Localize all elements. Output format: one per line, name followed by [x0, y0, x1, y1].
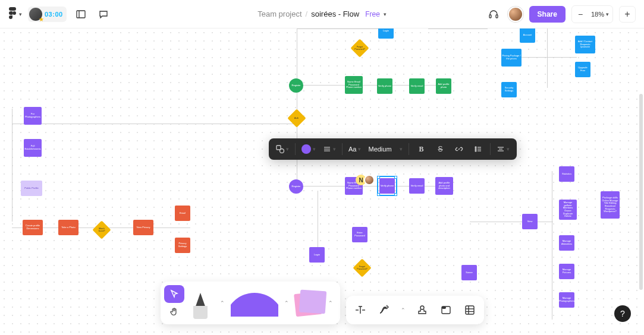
hand-tool-button[interactable]	[164, 303, 184, 321]
node-register-purple[interactable]: Register	[289, 179, 303, 194]
sticky-note-icon	[295, 290, 322, 315]
vertical-scrollbar[interactable]	[639, 94, 643, 290]
align-menu-button[interactable]: ▾	[494, 141, 512, 157]
chevron-up-icon[interactable]: ⌃	[397, 307, 409, 313]
svg-point-12	[475, 150, 476, 151]
peer-avatar-icon	[364, 175, 375, 185]
comment-icon[interactable]	[95, 6, 112, 23]
node-addpp-purple[interactable]: Add profile photo and description	[435, 177, 453, 195]
plan-badge[interactable]: Free	[365, 10, 380, 18]
timer-widget[interactable]: 03:00	[28, 7, 67, 22]
node-contact[interactable]: Add / Contact Requests /promote	[575, 36, 595, 53]
edge	[297, 85, 297, 186]
edge	[428, 29, 488, 29]
pencil-tool-button[interactable]	[187, 289, 214, 317]
node-upgrade[interactable]: Upgrade Free	[575, 62, 590, 77]
list-button[interactable]	[470, 141, 486, 157]
node-login[interactable]: Login	[378, 29, 394, 39]
svg-point-11	[475, 148, 476, 150]
node-manage-gallery[interactable]: Manage gallerie Members Owner Duplicate …	[559, 200, 577, 220]
edge	[297, 186, 452, 187]
node-package[interactable]: Package skills Online Manage Title Editi…	[601, 191, 620, 219]
node-city-purple[interactable]: Enter Password	[352, 227, 367, 242]
edge	[297, 29, 297, 78]
chevron-up-icon[interactable]: ⌃	[281, 300, 293, 306]
shape-tool-button[interactable]	[231, 289, 278, 317]
strikethrough-button[interactable]: S	[432, 141, 448, 157]
chevron-up-icon[interactable]: ⌃	[325, 300, 337, 306]
stroke-menu-button[interactable]: ▾	[321, 141, 338, 157]
svg-point-10	[475, 147, 476, 148]
node-forgot-password[interactable]: Forgot Password?	[350, 39, 369, 57]
node-verifyemail-green[interactable]: Verify email	[409, 78, 425, 94]
node-email[interactable]: Email	[175, 206, 190, 221]
node-login-purple[interactable]: Login	[309, 247, 325, 263]
figma-logo-icon	[8, 7, 17, 21]
stamp-tool-button[interactable]	[411, 299, 433, 321]
tool-dock: ⌃ ⌃ ⌃ ⌃	[161, 282, 484, 324]
table-tool-button[interactable]	[459, 299, 480, 321]
edge	[297, 29, 386, 29]
node-auth[interactable]: Auth	[287, 109, 306, 127]
font-weight-select[interactable]: Medium▾	[366, 141, 405, 157]
node-establishments[interactable]: Pull Establishments	[24, 139, 42, 157]
breadcrumb[interactable]: Team project / soirées - Flow Free ▾	[257, 10, 387, 18]
link-button[interactable]	[451, 141, 467, 157]
bold-button[interactable]: B	[413, 141, 429, 157]
color-swatch-icon	[301, 144, 311, 154]
node-verifyphone-purple[interactable]: Verify phone	[379, 178, 395, 194]
node-for-photographers[interactable]: For Photographers	[24, 107, 42, 125]
chevron-down-icon[interactable]: ▾	[384, 11, 387, 17]
node-manage-attendees[interactable]: Manage Attendees	[559, 235, 574, 251]
node-security[interactable]: Security Settings	[501, 82, 517, 97]
node-pricing[interactable]: Pricing Package / the prices	[501, 49, 522, 67]
node-account[interactable]: Account	[520, 29, 535, 43]
breadcrumb-file[interactable]: soirées - Flow	[311, 10, 359, 18]
pencil-icon	[193, 293, 208, 313]
node-soiree[interactable]: Soiree	[461, 265, 477, 280]
node-manage-pictures[interactable]: Manage Pictures	[559, 264, 574, 279]
svg-rect-4	[496, 15, 498, 18]
node-forgot2[interactable]: Forgot Password?	[353, 258, 371, 277]
svg-point-6	[280, 149, 284, 153]
help-button[interactable]: ?	[614, 305, 631, 322]
fill-color-button[interactable]: ▾	[299, 141, 318, 157]
node-verifyemail-purple[interactable]: Verify email	[409, 178, 425, 194]
layout-icon[interactable]	[73, 6, 89, 23]
section-tool-button[interactable]	[435, 299, 457, 321]
node-addpp-green[interactable]: Add profile photo	[436, 78, 451, 94]
font-size-button[interactable]: Aa▾	[346, 141, 363, 157]
node-name-green[interactable]: Name Email Password Phone number	[345, 76, 363, 94]
headphones-icon[interactable]	[485, 6, 502, 23]
app-root: ▾ 03:00 Team project / soirées - Flow Fr…	[0, 0, 644, 335]
node-view[interactable]: View	[522, 214, 538, 229]
move-tool-button[interactable]	[164, 285, 184, 303]
node-register-green[interactable]: Register	[289, 78, 303, 93]
breadcrumb-team[interactable]: Team project	[257, 10, 301, 18]
node-privacy-settings[interactable]: Privacy Settings	[175, 238, 190, 253]
node-verifyphone-green[interactable]: Verify phone	[377, 78, 392, 94]
edge	[470, 222, 553, 222]
node-view-privacy[interactable]: View Privacy	[133, 220, 153, 235]
node-manage-photographers[interactable]: Manage Photographers	[559, 292, 574, 308]
connector-tool-button[interactable]	[373, 299, 395, 321]
node-public-profile[interactable]: Public Profile	[21, 181, 42, 196]
node-create-profile[interactable]: Create profile Dimensions	[23, 220, 43, 235]
sticky-note-button[interactable]	[295, 289, 322, 317]
node-statistics[interactable]: Statistics	[559, 166, 574, 182]
zoom-out-button[interactable]: −	[573, 7, 588, 21]
share-button[interactable]: Share	[529, 6, 566, 23]
chevron-up-icon[interactable]: ⌃	[216, 300, 228, 306]
peer-cursor: N	[356, 175, 375, 185]
user-avatar[interactable]	[508, 7, 523, 22]
zoom-value[interactable]: 18%▾	[589, 11, 611, 18]
main-menu-button[interactable]: ▾	[8, 7, 22, 21]
node-take-photo[interactable]: Take a Photo	[58, 220, 78, 235]
svg-rect-1	[77, 11, 85, 18]
chevron-down-icon: ▾	[19, 11, 22, 17]
node-match[interactable]: Match found?	[92, 220, 111, 239]
svg-rect-24	[466, 306, 474, 314]
add-button[interactable]: +	[619, 6, 636, 23]
text-tool-button[interactable]	[350, 299, 371, 321]
shape-menu-button[interactable]: ▾	[274, 141, 291, 157]
